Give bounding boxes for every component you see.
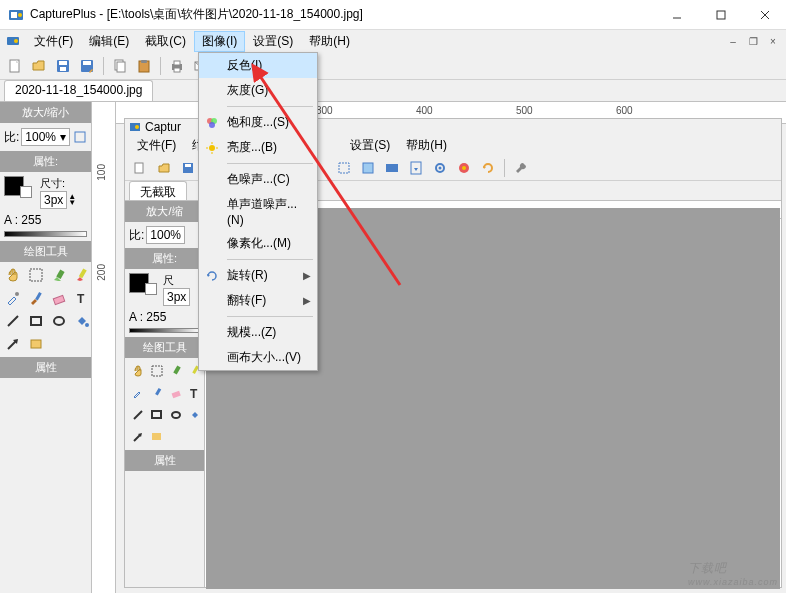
menu-help[interactable]: 帮助(H) <box>301 31 358 52</box>
open-button[interactable] <box>28 55 50 77</box>
rect-tool-icon[interactable] <box>147 405 167 425</box>
svg-rect-32 <box>31 317 41 325</box>
refresh-icon[interactable] <box>477 157 499 179</box>
hand-tool-icon[interactable] <box>3 265 23 285</box>
svg-point-34 <box>85 323 89 327</box>
filled-rect-tool-icon[interactable] <box>147 427 167 447</box>
menu-item-pixelate[interactable]: 像素化...(M) <box>199 231 317 256</box>
open-button[interactable] <box>153 157 175 179</box>
menu-item-brightness[interactable]: 亮度...(B) <box>199 135 317 160</box>
saveas-button[interactable] <box>76 55 98 77</box>
menu-item-mono-noise[interactable]: 单声道噪声...(N) <box>199 192 317 231</box>
svg-rect-1 <box>11 12 17 18</box>
arrow-tool-icon[interactable] <box>128 427 148 447</box>
svg-rect-51 <box>173 366 180 375</box>
ellipse-tool-icon[interactable] <box>49 311 69 331</box>
svg-text:T: T <box>77 292 85 306</box>
color-gear-icon[interactable] <box>453 157 475 179</box>
saturation-icon <box>204 115 220 131</box>
menu-separator <box>227 106 313 107</box>
svg-rect-16 <box>117 62 125 72</box>
ellipse-tool-icon[interactable] <box>166 405 186 425</box>
spinner-up-icon[interactable]: ▲▼ <box>68 194 76 206</box>
inner-size-input[interactable]: 3px <box>163 288 190 306</box>
tools-panel-header: 绘图工具 <box>0 241 91 262</box>
capture-region-icon[interactable] <box>333 157 355 179</box>
mdi-restore-button[interactable]: ❐ <box>746 35 760 47</box>
ruler-tick: 500 <box>516 105 533 116</box>
toolbar-separator <box>103 57 104 75</box>
menu-item-saturation[interactable]: 饱和度...(S) <box>199 110 317 135</box>
marker-tool-icon[interactable] <box>72 265 92 285</box>
menu-item-flip[interactable]: 翻转(F)▶ <box>199 288 317 313</box>
menu-settings[interactable]: 设置(S) <box>245 31 301 52</box>
highlighter-tool-icon[interactable] <box>166 361 186 381</box>
inner-menu-settings[interactable]: 设置(S) <box>342 135 398 156</box>
save-button[interactable] <box>52 55 74 77</box>
minimize-button[interactable] <box>664 5 690 25</box>
menu-file[interactable]: 文件(F) <box>26 31 81 52</box>
copy-button[interactable] <box>109 55 131 77</box>
menu-item-rotate[interactable]: 旋转(R)▶ <box>199 263 317 288</box>
text-tool-icon[interactable]: T <box>185 383 205 403</box>
inner-menu-help[interactable]: 帮助(H) <box>398 135 455 156</box>
fill-tool-icon[interactable] <box>185 405 205 425</box>
filled-rect-tool-icon[interactable] <box>26 334 46 354</box>
fill-tool-icon[interactable] <box>72 311 92 331</box>
app-icon-inner <box>129 121 141 133</box>
capture-window-icon[interactable] <box>357 157 379 179</box>
brush-tool-icon[interactable] <box>26 288 46 308</box>
mdi-close-button[interactable]: × <box>766 35 780 47</box>
inner-zoom-select[interactable]: 100% <box>146 226 185 244</box>
text-tool-icon[interactable]: T <box>72 288 92 308</box>
size-input[interactable]: 3px <box>40 191 67 209</box>
menu-item-canvas-size[interactable]: 画布大小...(V) <box>199 345 317 370</box>
capture-scroll-icon[interactable] <box>405 157 427 179</box>
menu-edit[interactable]: 编辑(E) <box>81 31 137 52</box>
document-tab[interactable]: 2020-11-18_154000.jpg <box>4 80 153 101</box>
capture-full-icon[interactable] <box>381 157 403 179</box>
maximize-button[interactable] <box>708 5 734 25</box>
eraser-tool-icon[interactable] <box>49 288 69 308</box>
inner-attrib-header: 属性: <box>125 248 204 269</box>
menu-item-scale[interactable]: 规模...(Z) <box>199 320 317 345</box>
new-button[interactable] <box>4 55 26 77</box>
menu-capture[interactable]: 截取(C) <box>137 31 194 52</box>
menu-item-invert[interactable]: 反色(I) <box>199 53 317 78</box>
zoom-fit-icon[interactable] <box>72 127 87 147</box>
menu-item-grayscale[interactable]: 灰度(G) <box>199 78 317 103</box>
eraser-tool-icon[interactable] <box>166 383 186 403</box>
inner-swatch-bg[interactable] <box>145 283 157 295</box>
inner-alpha-slider[interactable] <box>129 328 200 333</box>
close-button[interactable] <box>752 5 778 25</box>
paste-button[interactable] <box>133 55 155 77</box>
menu-image[interactable]: 图像(I) <box>194 31 245 52</box>
print-button[interactable] <box>166 55 188 77</box>
gear-icon[interactable] <box>429 157 451 179</box>
picker-tool-icon[interactable] <box>3 288 23 308</box>
highlighter-tool-icon[interactable] <box>49 265 69 285</box>
svg-rect-29 <box>53 295 64 304</box>
arrow-tool-icon[interactable] <box>3 334 23 354</box>
inner-menu-file[interactable]: 文件(F) <box>129 135 184 156</box>
save-button[interactable] <box>177 157 199 179</box>
brush-tool-icon[interactable] <box>147 383 167 403</box>
rect-tool-icon[interactable] <box>26 311 46 331</box>
svg-rect-50 <box>152 366 162 376</box>
mdi-minimize-button[interactable]: – <box>726 35 740 47</box>
select-tool-icon[interactable] <box>147 361 167 381</box>
inner-no-capture-tab[interactable]: 无截取 <box>129 181 187 200</box>
chevron-right-icon: ▶ <box>303 270 311 281</box>
svg-point-58 <box>172 412 180 418</box>
wrench-icon[interactable] <box>510 157 532 179</box>
line-tool-icon[interactable] <box>128 405 148 425</box>
select-tool-icon[interactable] <box>26 265 46 285</box>
menu-item-color-noise[interactable]: 色噪声...(C) <box>199 167 317 192</box>
line-tool-icon[interactable] <box>3 311 23 331</box>
alpha-slider[interactable] <box>4 231 87 237</box>
zoom-select[interactable]: 100%▾ <box>21 128 70 146</box>
new-button[interactable] <box>129 157 151 179</box>
picker-tool-icon[interactable] <box>128 383 148 403</box>
hand-tool-icon[interactable] <box>128 361 148 381</box>
color-swatch-background[interactable] <box>20 186 32 198</box>
